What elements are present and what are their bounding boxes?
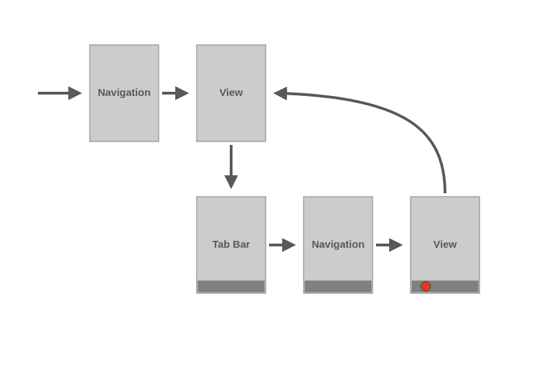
flow-diagram: Navigation View Tab Bar Navigation View	[0, 0, 552, 392]
node-tab-bar: Tab Bar	[197, 197, 266, 293]
node-tab-bar-label: Tab Bar	[213, 238, 250, 250]
node-navigation-top-label: Navigation	[98, 86, 151, 98]
node-navigation-bottom: Navigation	[304, 197, 373, 293]
svg-rect-3	[198, 281, 264, 292]
svg-rect-5	[305, 281, 371, 292]
node-view-bottom: View	[411, 197, 480, 293]
node-view-top-label: View	[219, 86, 243, 98]
node-navigation-bottom-label: Navigation	[312, 238, 365, 250]
arrow-view-bottom-back-to-view-top	[276, 93, 445, 193]
node-view-bottom-label: View	[433, 238, 457, 250]
node-navigation-top: Navigation	[90, 45, 159, 141]
node-view-top: View	[197, 45, 266, 141]
active-tab-indicator-icon	[421, 282, 431, 291]
